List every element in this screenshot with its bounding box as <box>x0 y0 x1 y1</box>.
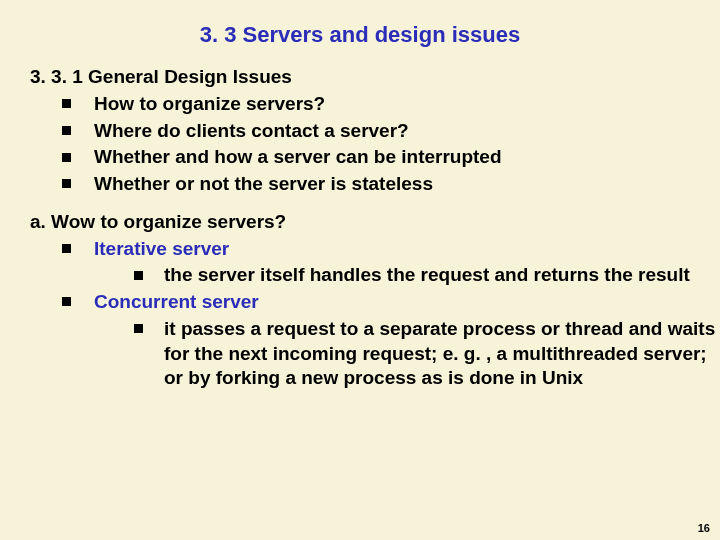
list-item: Concurrent server it passes a request to… <box>62 290 720 391</box>
section-heading-331: 3. 3. 1 General Design Issues <box>0 66 720 92</box>
concurrent-server-sublist: it passes a request to a separate proces… <box>94 317 720 391</box>
slide-title: 3. 3 Servers and design issues <box>0 0 720 66</box>
iterative-server-sublist: the server itself handles the request an… <box>94 263 720 288</box>
list-item: it passes a request to a separate proces… <box>134 317 720 391</box>
list-item: Whether or not the server is stateless <box>62 172 720 197</box>
list-item: the server itself handles the request an… <box>134 263 720 288</box>
organize-servers-list: Iterative server the server itself handl… <box>0 237 720 391</box>
page-number: 16 <box>698 522 710 534</box>
list-item: How to organize servers? <box>62 92 720 117</box>
list-item: Whether and how a server can be interrup… <box>62 145 720 170</box>
general-issues-list: How to organize servers? Where do client… <box>0 92 720 197</box>
iterative-server-label: Iterative server <box>94 238 229 259</box>
list-item: Iterative server the server itself handl… <box>62 237 720 288</box>
list-item: Where do clients contact a server? <box>62 119 720 144</box>
concurrent-server-label: Concurrent server <box>94 291 259 312</box>
section-heading-a: a. Wow to organize servers? <box>0 199 720 237</box>
